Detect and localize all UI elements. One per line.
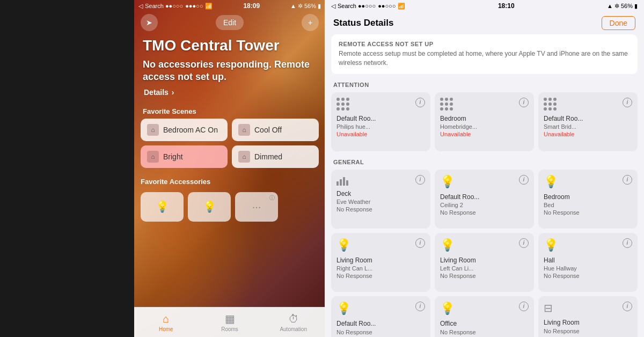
- tab-rooms[interactable]: ▦ Rooms: [198, 307, 262, 337]
- device-name-deck: Deck: [336, 190, 425, 199]
- right-status-left: ◁ Search ●●○○○ ●●○○○ 📶: [331, 3, 405, 10]
- general-grid: i Deck Eve Weather No Response 💡 i Defau…: [331, 170, 638, 337]
- accessory-icon-1: 💡: [156, 200, 169, 213]
- info-icon-1[interactable]: i: [519, 98, 529, 107]
- scene-dimmed[interactable]: ⌂ Dimmed: [232, 145, 319, 168]
- phone-frame: ◁ Search ●●○○○ ●●●○○ 📶 18:09 ▲ ✲ 56% ▮ ➤…: [134, 0, 325, 337]
- left-status-right: ▲ ✲ 56% ▮: [290, 3, 321, 10]
- add-button[interactable]: +: [302, 14, 319, 31]
- device-card-office[interactable]: 💡 i Office No Response: [435, 296, 534, 337]
- info-icon-bed[interactable]: i: [623, 175, 632, 185]
- info-icon-living-plug[interactable]: i: [623, 302, 632, 311]
- info-icon-lr-left[interactable]: i: [519, 238, 529, 248]
- device-status-default2: No Response: [336, 329, 425, 335]
- device-status-bed: No Response: [544, 209, 632, 216]
- scenes-section-title: Favorite Scenes: [134, 103, 325, 119]
- bulb-icon-office: 💡: [440, 302, 455, 316]
- info-icon-0[interactable]: i: [415, 98, 425, 107]
- bars-weather-icon: [336, 175, 348, 186]
- device-sub-lr-right: Right Can L...: [336, 265, 425, 272]
- right-time: 18:10: [498, 2, 515, 10]
- left-panel: ◁ Search ●●○○○ ●●●○○ 📶 18:09 ▲ ✲ 56% ▮ ➤…: [0, 0, 325, 337]
- device-icon-row-default2: 💡 i: [336, 302, 425, 316]
- device-name-office: Office: [440, 320, 529, 328]
- accessories-row: 💡 💡 ··· ⓘ: [141, 192, 319, 222]
- info-icon-office[interactable]: i: [519, 302, 529, 311]
- device-card-2[interactable]: i Default Roo... Smart Brid... Unavailab…: [538, 92, 638, 151]
- device-card-0[interactable]: i Default Roo... Philips hue... Unavaila…: [331, 92, 430, 151]
- device-card-lr-right[interactable]: 💡 i Living Room Right Can L... No Respon…: [331, 233, 430, 292]
- device-status-lr-left: No Response: [440, 273, 529, 279]
- device-name-lr-right: Living Room: [336, 257, 425, 265]
- right-bluetooth-icon: ✲: [614, 3, 619, 10]
- device-name-bed: Bedroom: [544, 193, 632, 202]
- device-status-living-plug: No Response: [544, 328, 632, 334]
- device-icon-row-bed: 💡 i: [544, 175, 632, 189]
- device-card-hall[interactable]: 💡 i Hall Hue Hallway No Response: [538, 233, 638, 292]
- info-icon-ceiling[interactable]: i: [519, 175, 529, 185]
- device-status-hall: No Response: [544, 273, 632, 279]
- edit-button[interactable]: Edit: [216, 15, 244, 30]
- automation-tab-icon: ⏱: [288, 313, 299, 325]
- scene-label: Bedroom AC On: [163, 126, 218, 134]
- bulb-icon-ceiling: 💡: [440, 175, 455, 189]
- device-name-hall: Hall: [544, 257, 632, 265]
- device-card-bed[interactable]: 💡 i Bedroom Bed No Response: [538, 170, 638, 229]
- device-icon-row-hall: 💡 i: [544, 238, 632, 252]
- device-card-living-plug[interactable]: ⊟ i Living Room No Response: [538, 296, 638, 337]
- device-card-ceiling[interactable]: 💡 i Default Roo... Ceiling 2 No Response: [435, 170, 534, 229]
- plug-icon: ⊟: [544, 302, 553, 314]
- device-card-default2[interactable]: 💡 i Default Roo... No Response: [331, 296, 430, 337]
- device-card-deck[interactable]: i Deck Eve Weather No Response: [331, 170, 430, 229]
- right-battery-label: 56%: [621, 3, 633, 9]
- right-status-right: ▲ ✲ 56% ▮: [607, 3, 638, 10]
- tab-bar: ⌂ Home ▦ Rooms ⏱ Automation: [134, 307, 325, 337]
- device-status-ceiling: No Response: [440, 209, 529, 216]
- bulb-icon-default2: 💡: [336, 302, 351, 316]
- scene-bedroom-ac-on[interactable]: ⌂ Bedroom AC On: [141, 119, 228, 141]
- location-button[interactable]: ➤: [141, 14, 158, 31]
- scene-bright[interactable]: ⌂ Bright: [141, 145, 228, 168]
- right-battery-icon: ▮: [634, 3, 638, 10]
- battery-label: 56%: [304, 3, 316, 9]
- home-title-section: TMO Central Tower: [134, 33, 325, 54]
- device-icon-row-ceiling: 💡 i: [440, 175, 529, 189]
- done-button[interactable]: Done: [602, 16, 635, 30]
- attention-header: ATTENTION: [331, 82, 638, 92]
- tab-home[interactable]: ⌂ Home: [134, 307, 198, 337]
- device-icon-row-lr-left: 💡 i: [440, 238, 529, 252]
- right-status-bar: ◁ Search ●●○○○ ●●○○○ 📶 18:10 ▲ ✲ 56% ▮: [325, 0, 644, 12]
- info-icon-default2[interactable]: i: [415, 302, 425, 311]
- accessory-thumb-1[interactable]: 💡: [141, 192, 184, 222]
- general-header: GENERAL: [331, 159, 638, 170]
- accessory-thumb-3[interactable]: ··· ⓘ: [235, 192, 278, 222]
- accessory-thumb-2[interactable]: 💡: [188, 192, 231, 222]
- device-sub-2: Smart Brid...: [544, 123, 632, 130]
- info-badge: ⓘ: [269, 194, 275, 202]
- device-card-lr-left[interactable]: 💡 i Living Room Left Can Li... No Respon…: [435, 233, 534, 292]
- details-link[interactable]: Details ›: [134, 88, 325, 103]
- right-location-icon: ▲: [607, 3, 613, 9]
- device-sub-ceiling: Ceiling 2: [440, 202, 529, 208]
- device-card-1[interactable]: i Bedroom Homebridge... Unavailable: [435, 92, 534, 151]
- device-icon-row-office: 💡 i: [440, 302, 529, 316]
- tab-automation[interactable]: ⏱ Automation: [261, 307, 325, 337]
- bridge-icon-0: [336, 98, 349, 111]
- scene-cool-off[interactable]: ⌂ Cool Off: [232, 119, 319, 141]
- device-status-deck: No Response: [336, 206, 425, 213]
- right-signal-icon: ●●○○○: [378, 3, 396, 9]
- info-icon-lr-right[interactable]: i: [415, 238, 425, 248]
- scene-label-2: Cool Off: [254, 126, 282, 134]
- info-icon-deck[interactable]: i: [415, 175, 425, 185]
- left-status-bar: ◁ Search ●●○○○ ●●●○○ 📶 18:09 ▲ ✲ 56% ▮: [134, 0, 325, 12]
- info-icon-2[interactable]: i: [623, 98, 632, 107]
- device-icon-row-lr-right: 💡 i: [336, 238, 425, 252]
- bulb-icon-hall: 💡: [544, 238, 558, 252]
- home-scene-icon-3: ⌂: [147, 151, 159, 163]
- device-icon-row-2: i: [544, 98, 632, 111]
- right-header: Status Details Done: [325, 12, 644, 34]
- device-status-office: No Response: [440, 329, 529, 335]
- right-search-label: Search ●●○○○: [338, 3, 376, 9]
- home-scene-icon: ⌂: [147, 124, 159, 136]
- info-icon-hall[interactable]: i: [623, 238, 632, 248]
